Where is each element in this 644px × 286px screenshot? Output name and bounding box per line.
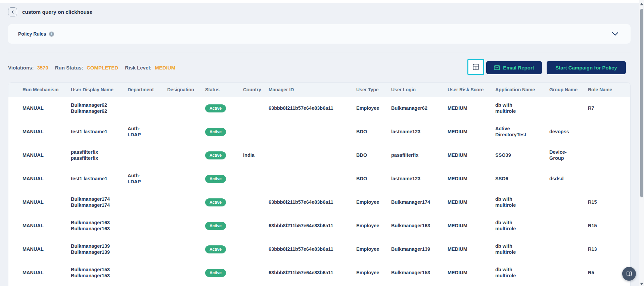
page-header: custom query on clickhouse <box>8 7 92 16</box>
column-header: User Display Name <box>71 83 128 97</box>
table-cell <box>167 167 205 191</box>
table-cell <box>167 97 205 120</box>
table-cell: 63bbb8f211b57e64e83b6a11 <box>269 238 356 261</box>
status-badge: Active <box>205 175 226 183</box>
table-cell <box>167 214 205 238</box>
table-cell: lastname123 <box>391 120 448 144</box>
table-cell: SSO6 <box>495 167 549 191</box>
table-cell: Bulkmanager163 Bulkmanager163 <box>71 214 128 238</box>
scrollbar-thumb[interactable] <box>640 9 643 197</box>
table-cell: MEDIUM <box>448 144 495 167</box>
table-layout-icon <box>472 63 479 70</box>
table-row: MANUALtest1 lastname1Auth- LDAPActiveBDO… <box>8 167 630 191</box>
email-report-button[interactable]: Email Report <box>486 61 542 74</box>
table-cell <box>269 144 356 167</box>
table-cell: MANUAL <box>8 144 71 167</box>
table-cell: devopss <box>549 120 588 144</box>
violations-table-card: Run MechanismUser Display NameDepartment… <box>8 82 631 286</box>
top-bar <box>0 0 644 3</box>
column-header: User Type <box>356 83 391 97</box>
table-cell: 63bbb8f211b57e64e83b6a11 <box>269 97 356 120</box>
table-cell: MEDIUM <box>448 97 495 120</box>
table-cell <box>243 97 269 120</box>
scrollbar-up-arrow[interactable] <box>640 3 643 5</box>
table-cell: Employee <box>356 191 391 214</box>
table-header: Run MechanismUser Display NameDepartment… <box>8 83 630 97</box>
column-header: Group Name <box>549 83 588 97</box>
table-cell <box>167 120 205 144</box>
column-header: User Risk Score <box>448 83 495 97</box>
table-cell <box>269 120 356 144</box>
table-cell <box>128 214 167 238</box>
chevron-left-icon <box>10 10 15 14</box>
violations-value: 3570 <box>37 65 48 70</box>
table-cell: MANUAL <box>8 191 71 214</box>
violations-label: Violations: <box>8 65 34 70</box>
table-cell: 63bbb8f211b57e64e83b6a11 <box>269 191 356 214</box>
page-title: custom query on clickhouse <box>22 9 92 15</box>
table-cell: Employee <box>356 261 391 285</box>
table-cell: 63bbb8f211b57e64e83b6a11 <box>269 261 356 285</box>
column-header: Role Name <box>588 83 630 97</box>
back-button[interactable] <box>8 7 17 16</box>
table-cell <box>549 238 588 261</box>
table-cell: Bulkmanager62 <box>391 97 448 120</box>
chevron-down-icon[interactable] <box>612 32 618 36</box>
table-cell: MANUAL <box>8 97 71 120</box>
table-cell: Active <box>205 238 243 261</box>
table-cell: MANUAL <box>8 120 71 144</box>
table-cell: Active <box>205 144 243 167</box>
table-cell <box>588 120 630 144</box>
table-cell: MEDIUM <box>448 261 495 285</box>
table-cell: Auth- LDAP <box>128 167 167 191</box>
risk-level-label: Risk Level: <box>125 65 151 70</box>
table-cell <box>128 144 167 167</box>
policy-rules-panel[interactable]: Policy Rules i <box>8 24 631 44</box>
table-cell: Bulkmanager153 <box>391 261 448 285</box>
table-cell: Active <box>205 261 243 285</box>
table-cell <box>549 261 588 285</box>
table-cell: Employee <box>356 97 391 120</box>
table-cell: Bulkmanager153 Bulkmanager153 <box>71 261 128 285</box>
status-badge: Active <box>205 269 226 277</box>
open-book-icon <box>626 271 632 276</box>
table-cell <box>243 167 269 191</box>
table-cell: Bulkmanager174 <box>391 191 448 214</box>
table-row: MANUALpassfilterfix passfilterfixActiveI… <box>8 144 630 167</box>
start-campaign-button[interactable]: Start Campaign for Policy <box>547 61 626 74</box>
table-cell <box>243 238 269 261</box>
table-cell: MANUAL <box>8 238 71 261</box>
table-cell <box>549 97 588 120</box>
email-report-label: Email Report <box>503 65 534 70</box>
table-cell: passfilterfix <box>391 144 448 167</box>
column-settings-button[interactable] <box>467 59 484 75</box>
scrollbar-down-arrow[interactable] <box>640 283 643 285</box>
table-cell: lastname123 <box>391 167 448 191</box>
column-header: User Login <box>391 83 448 97</box>
table-cell: BDO <box>356 167 391 191</box>
table-cell: Bulkmanager139 Bulkmanager139 <box>71 238 128 261</box>
column-header: Country <box>243 83 269 97</box>
table-cell <box>167 191 205 214</box>
run-status-label: Run Status: <box>55 65 83 70</box>
table-cell <box>243 120 269 144</box>
table-row: MANUALBulkmanager163 Bulkmanager163Activ… <box>8 214 630 238</box>
table-cell: db with multirole <box>495 238 549 261</box>
envelope-icon <box>494 65 500 70</box>
table-cell: BDO <box>356 120 391 144</box>
table-cell: Bulkmanager163 <box>391 214 448 238</box>
table-cell <box>128 191 167 214</box>
help-docs-fab[interactable] <box>622 267 636 281</box>
table-cell: MANUAL <box>8 214 71 238</box>
status-badge: Active <box>205 151 226 160</box>
column-header: Department <box>128 83 167 97</box>
table-row: MANUALBulkmanager139 Bulkmanager139Activ… <box>8 238 630 261</box>
table-cell: MEDIUM <box>448 214 495 238</box>
table-cell: MEDIUM <box>448 167 495 191</box>
table-cell: Bulkmanager62 Bulkmanager62 <box>71 97 128 120</box>
violations-table: Run MechanismUser Display NameDepartment… <box>8 83 630 285</box>
table-cell: R13 <box>588 238 630 261</box>
table-cell: test1 lastname1 <box>71 167 128 191</box>
column-header: Manager ID <box>269 83 356 97</box>
table-cell: R7 <box>588 97 630 120</box>
